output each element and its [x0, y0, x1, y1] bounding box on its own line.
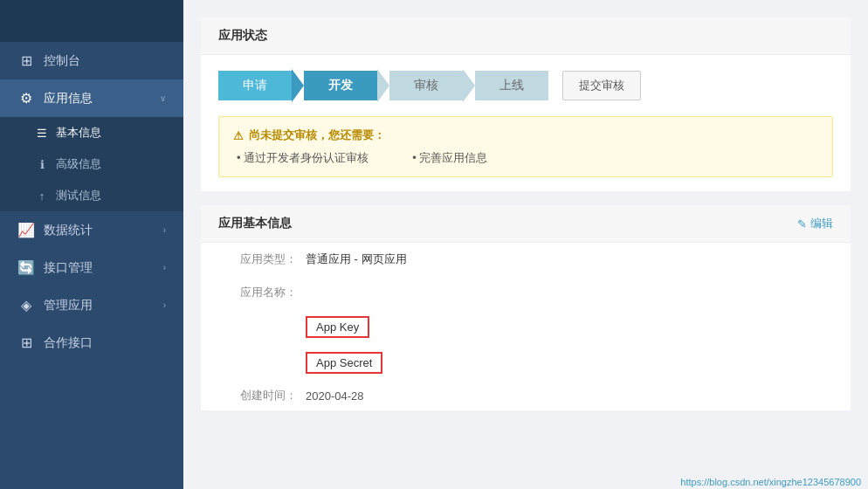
- sidebar-sub-item-test-info-label: 测试信息: [56, 188, 101, 203]
- sidebar-item-manage-app-label: 管理应用: [44, 298, 163, 313]
- data-stats-icon: 📈: [17, 222, 35, 238]
- sidebar-item-dashboard-label: 控制台: [44, 53, 166, 69]
- app-key-box[interactable]: App Key: [306, 316, 369, 338]
- sidebar-sub-item-test-info[interactable]: ↑ 测试信息: [0, 180, 183, 211]
- sidebar-sub-item-basic-info-label: 基本信息: [56, 125, 101, 141]
- chevron-down-icon: ∨: [160, 93, 166, 103]
- interface-mgmt-icon: 🔄: [17, 259, 35, 276]
- app-secret-box[interactable]: App Secret: [306, 352, 382, 374]
- app-type-row: 应用类型： 普通应用 - 网页应用: [201, 243, 851, 276]
- edit-link[interactable]: ✎ 编辑: [797, 216, 833, 231]
- chevron-right-icon-2: ›: [163, 263, 166, 272]
- sidebar: ⊞ 控制台 ⚙ 应用信息 ∨ ☰ 基本信息 ℹ 高级信息 ↑ 测试信息 📈 数据…: [0, 0, 183, 489]
- step-online: 上线: [475, 71, 548, 100]
- basic-info-icon: ☰: [35, 127, 49, 140]
- created-time-label: 创建时间：: [227, 388, 297, 403]
- sidebar-item-dashboard[interactable]: ⊞ 控制台: [0, 42, 183, 79]
- manage-app-icon: ◈: [17, 297, 35, 313]
- sidebar-item-app-info[interactable]: ⚙ 应用信息 ∨: [0, 79, 183, 117]
- created-time-row: 创建时间： 2020-04-28: [201, 381, 851, 410]
- main-content: 应用状态 申请 开发 审核 上线 提交审核 ⚠ 尚未提交审核，您还需要：: [183, 0, 868, 489]
- step-apply: 申请: [218, 71, 292, 100]
- created-time-value: 2020-04-28: [306, 389, 364, 403]
- warning-icon: ⚠: [233, 129, 244, 142]
- edit-icon: ✎: [797, 217, 807, 231]
- app-status-body: 申请 开发 审核 上线 提交审核 ⚠ 尚未提交审核，您还需要： 通过开发者身份认…: [201, 55, 851, 191]
- notice-items: 通过开发者身份认证审核 完善应用信息: [237, 150, 818, 166]
- sidebar-item-manage-app[interactable]: ◈ 管理应用 ›: [0, 286, 183, 324]
- notice-box: ⚠ 尚未提交审核，您还需要： 通过开发者身份认证审核 完善应用信息: [218, 116, 833, 177]
- sidebar-item-partner-api[interactable]: ⊞ 合作接口: [0, 324, 183, 362]
- sidebar-item-app-info-label: 应用信息: [44, 91, 160, 107]
- app-type-value: 普通应用 - 网页应用: [306, 251, 407, 267]
- sidebar-item-data-stats-label: 数据统计: [44, 223, 163, 238]
- sidebar-item-interface-mgmt-label: 接口管理: [44, 260, 163, 276]
- app-basic-info-header: 应用基本信息 ✎ 编辑: [201, 205, 851, 243]
- step-arrow-2: [377, 69, 389, 102]
- app-info-icon: ⚙: [17, 90, 35, 107]
- sidebar-sub-item-advanced-info-label: 高级信息: [56, 156, 101, 172]
- sidebar-sub-menu: ☰ 基本信息 ℹ 高级信息 ↑ 测试信息: [0, 117, 183, 211]
- sidebar-item-interface-mgmt[interactable]: 🔄 接口管理 ›: [0, 249, 183, 286]
- chevron-right-icon-3: ›: [163, 300, 166, 310]
- app-status-title: 应用状态: [201, 17, 851, 55]
- sidebar-header: [0, 0, 183, 42]
- app-basic-info-title: 应用基本信息: [218, 216, 292, 231]
- app-status-card: 应用状态 申请 开发 审核 上线 提交审核 ⚠ 尚未提交审核，您还需要：: [201, 17, 851, 191]
- notice-title: ⚠ 尚未提交审核，您还需要：: [233, 127, 818, 143]
- app-key-row: App Key: [201, 309, 851, 345]
- step-arrow-1: [292, 69, 304, 102]
- app-secret-row: App Secret: [201, 345, 851, 381]
- sidebar-sub-item-advanced-info[interactable]: ℹ 高级信息: [0, 148, 183, 180]
- step-develop: 开发: [304, 71, 377, 100]
- notice-item-2: 完善应用信息: [412, 150, 487, 166]
- url-bar: https://blog.csdn.net/xingzhe12345678900: [673, 475, 868, 489]
- sidebar-item-partner-api-label: 合作接口: [44, 335, 166, 351]
- chevron-right-icon: ›: [163, 225, 166, 235]
- submit-review-button[interactable]: 提交审核: [562, 71, 641, 100]
- notice-item-1: 通过开发者身份认证审核: [237, 150, 369, 166]
- step-review: 审核: [389, 71, 463, 100]
- app-basic-info-section: 应用基本信息 ✎ 编辑 应用类型： 普通应用 - 网页应用 应用名称： App …: [201, 205, 851, 410]
- app-name-row: 应用名称：: [201, 276, 851, 309]
- sidebar-item-data-stats[interactable]: 📈 数据统计 ›: [0, 211, 183, 249]
- test-info-icon: ↑: [35, 189, 49, 203]
- sidebar-sub-item-basic-info[interactable]: ☰ 基本信息: [0, 117, 183, 148]
- status-steps: 申请 开发 审核 上线 提交审核: [218, 69, 833, 102]
- step-arrow-3: [463, 69, 475, 102]
- app-name-label: 应用名称：: [227, 285, 297, 300]
- advanced-info-icon: ℹ: [35, 158, 49, 171]
- dashboard-icon: ⊞: [17, 52, 35, 69]
- app-type-label: 应用类型：: [227, 251, 297, 267]
- partner-api-icon: ⊞: [17, 334, 35, 351]
